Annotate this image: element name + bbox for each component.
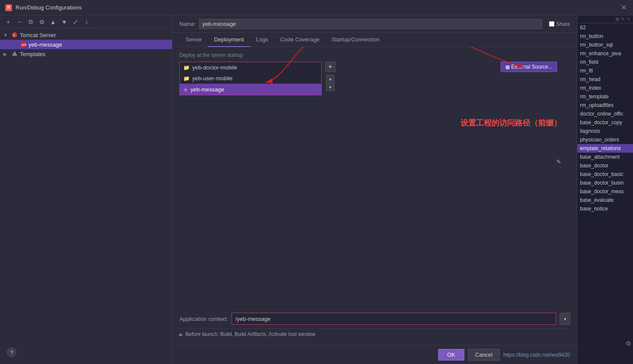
share-checkbox[interactable] [549, 21, 555, 27]
table-icon[interactable]: ⊞ [615, 16, 619, 22]
app-context-input[interactable] [232, 313, 556, 325]
side-list-item[interactable]: base_doctor_mess [577, 187, 633, 196]
right-side-panel: ⊞ ✎ ⤡ 62rm_buttonrm_button_sqlrm_enhance… [577, 16, 633, 364]
side-list-item[interactable]: rm_uploadfiles [577, 101, 633, 110]
app-context-label: Application context: [179, 316, 228, 322]
external-source-icon: ▦ [505, 64, 510, 70]
side-list-item[interactable]: doctor_online_offic [577, 110, 633, 118]
before-launch-text: Before launch: Build, Build Artifacts, A… [185, 331, 316, 337]
side-list-item[interactable]: rm_head [577, 75, 633, 84]
templates-label: Templates [20, 51, 45, 57]
settings-config-button[interactable]: ⚙ [37, 17, 47, 27]
module-icon-message: ◈ [183, 86, 188, 93]
side-list-item[interactable]: rm_button_sql [577, 41, 633, 49]
side-list-item[interactable]: liagnosis [577, 127, 633, 135]
settings-icon-area: ⚙ [626, 340, 631, 347]
side-list-item[interactable]: base_doctor_basic [577, 170, 633, 179]
move-config-button[interactable]: ⤢ [71, 17, 80, 27]
tab-logs[interactable]: Logs [250, 33, 274, 47]
main-content: + − ⧉ ⚙ ▲ ▼ ⤢ ↕ ▼ T Tomcat Server [0, 16, 633, 364]
tab-code-coverage[interactable]: Code Coverage [274, 33, 326, 47]
side-list-item[interactable]: 62 [577, 23, 633, 32]
yeb-message-label: yeb-message [28, 41, 62, 48]
name-row: Name: Share [172, 16, 577, 33]
title-bar-left: R Run/Debug Configurations [5, 4, 81, 11]
cancel-button[interactable]: Cancel [468, 349, 500, 361]
templates-icon [11, 50, 18, 57]
tree-item-yeb-message[interactable]: yeb yeb-message [0, 40, 172, 49]
before-launch-row: ▶ Before launch: Build, Build Artifacts,… [179, 328, 570, 340]
side-list-item[interactable]: base_doctor_copy [577, 118, 633, 127]
right-panel: Name: Share Server Deployment Logs Code … [172, 16, 577, 364]
side-list-item[interactable]: rm_template [577, 92, 633, 101]
side-list-item[interactable]: physician_orders [577, 135, 633, 144]
tab-server[interactable]: Server [179, 33, 208, 47]
external-source-button[interactable]: ▦ External Source... [501, 62, 557, 72]
config-area: Deploy at the server startup 📁 yeb-docto… [172, 47, 577, 345]
side-list-item[interactable]: base_attachment [577, 153, 633, 161]
scroll-down-button[interactable]: ▼ [326, 83, 335, 91]
before-launch-expand[interactable]: ▶ [179, 332, 183, 337]
app-context-dropdown[interactable]: ▾ [560, 313, 570, 325]
deploy-item-yeb-doctor[interactable]: 📁 yeb-doctor-mobile [180, 62, 321, 73]
deploy-at-startup-label: Deploy at the server startup [179, 52, 570, 58]
side-list-item[interactable]: rm_ftl [577, 66, 633, 75]
ok-button[interactable]: OK [438, 349, 464, 361]
settings-icon[interactable]: ⚙ [626, 340, 631, 347]
name-input[interactable] [199, 19, 542, 29]
add-deploy-button[interactable]: + [325, 62, 335, 72]
config-tree: ▼ T Tomcat Server yeb yeb-message ▶ [0, 28, 172, 364]
side-list: 62rm_buttonrm_button_sqlrm_enhance_javar… [577, 23, 633, 213]
edit-icon[interactable]: ✎ [621, 16, 625, 22]
side-list-item[interactable]: rm_index [577, 84, 633, 92]
share-checkbox-row: Share [549, 21, 570, 27]
deploy-item-message-label: yeb-message [191, 86, 224, 93]
up-config-button[interactable]: ▲ [48, 17, 58, 27]
scroll-up-button[interactable]: ▲ [326, 75, 335, 82]
share-label: Share [556, 21, 570, 27]
external-source-label: External Source... [511, 64, 552, 70]
side-list-item[interactable]: rm_enhance_java [577, 49, 633, 58]
remove-config-button[interactable]: − [15, 17, 24, 27]
tomcat-icon: T [11, 31, 18, 38]
close-button[interactable]: ✕ [619, 3, 628, 12]
expand-icon-side[interactable]: ⤡ [627, 16, 630, 22]
tab-startup-connection[interactable]: Startup/Connection [326, 33, 385, 47]
sort-config-button[interactable]: ↕ [82, 17, 91, 27]
title-bar: R Run/Debug Configurations ✕ [0, 0, 633, 16]
expand-icon: ▼ [3, 33, 10, 38]
down-config-button[interactable]: ▼ [60, 17, 69, 27]
tree-item-tomcat-server[interactable]: ▼ T Tomcat Server [0, 30, 172, 40]
window-title: Run/Debug Configurations [16, 4, 81, 11]
app-icon: R [5, 4, 12, 11]
deploy-item-doctor-label: yeb-doctor-mobile [192, 64, 237, 71]
templates-expand-icon: ▶ [3, 52, 10, 56]
app-context-row: Application context: ▾ [179, 309, 570, 328]
add-config-button[interactable]: + [3, 17, 13, 27]
tree-item-templates[interactable]: ▶ Templates [0, 49, 172, 59]
name-field-label: Name: [179, 21, 196, 27]
tab-deployment[interactable]: Deployment [208, 33, 250, 47]
tomcat-server-label: Tomcat Server [20, 32, 56, 38]
copy-config-button[interactable]: ⧉ [26, 17, 35, 27]
toolbar: + − ⧉ ⚙ ▲ ▼ ⤢ ↕ [0, 16, 172, 28]
side-list-item[interactable]: rm_field [577, 58, 633, 66]
edit-deploy-button[interactable]: ✎ [555, 157, 563, 166]
side-list-item[interactable]: base_notice [577, 204, 633, 213]
yeb-message-icon: yeb [20, 41, 27, 48]
deploy-item-yeb-user[interactable]: 📁 yeb-user-mobile [180, 73, 321, 84]
folder-icon-doctor: 📁 [183, 65, 190, 71]
side-list-item[interactable]: base_evaluate [577, 196, 633, 204]
side-list-item[interactable]: base_doctor_busin [577, 179, 633, 187]
deploy-item-yeb-message[interactable]: ◈ yeb-message [180, 84, 321, 95]
tabs-row: Server Deployment Logs Code Coverage Sta… [172, 33, 577, 47]
deploy-item-user-label: yeb-user-mobile [192, 75, 232, 82]
svg-text:yeb: yeb [22, 43, 26, 47]
side-list-item[interactable]: base_doctor [577, 161, 633, 170]
deploy-list: 📁 yeb-doctor-mobile 📁 yeb-user-mobile ◈ … [179, 62, 322, 95]
side-list-item[interactable]: emplate_relations [577, 144, 633, 153]
side-list-item[interactable]: rm_button [577, 32, 633, 41]
help-button[interactable]: ? [7, 348, 16, 357]
bottom-buttons: OK Cancel https://blog.csdn.net/wsl9420 [172, 345, 577, 364]
help-link[interactable]: https://blog.csdn.net/wsl9420 [503, 352, 570, 358]
